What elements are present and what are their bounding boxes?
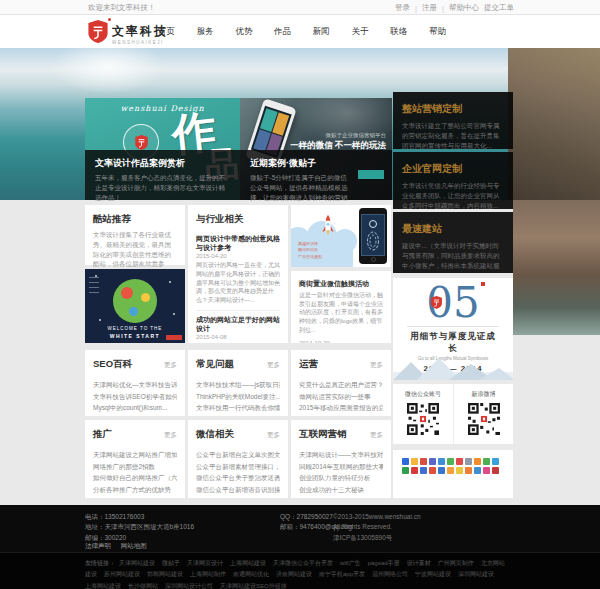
- article-link[interactable]: 文率科技组——程序员如何降低: [299, 414, 383, 416]
- login-link[interactable]: 登录: [395, 3, 410, 13]
- article-link[interactable]: 公众平台新增自定义单次图文消息上线: [196, 449, 280, 461]
- nav-item[interactable]: 帮助: [429, 26, 446, 38]
- article-link[interactable]: MySQL 约束字段的非空约束的提示: [93, 414, 177, 416]
- social-icon[interactable]: [438, 458, 445, 465]
- article-link[interactable]: 天津网站优化—文率科技告诉大家SEO...: [93, 379, 177, 391]
- nav-item[interactable]: 新闻: [313, 26, 330, 38]
- friend-link[interactable]: wifi广告: [340, 560, 361, 566]
- nav-item[interactable]: 作品: [274, 26, 291, 38]
- nav-item[interactable]: 优势: [235, 26, 252, 38]
- article-link[interactable]: 创业成功的十三大秘诀: [299, 484, 383, 496]
- friend-link[interactable]: 南通网站优化: [233, 571, 269, 577]
- social-icon[interactable]: [465, 458, 472, 465]
- friend-link[interactable]: 天津微信公众平台开发: [273, 560, 333, 566]
- article-link[interactable]: 如何做好自己的网络推广（六）: [93, 472, 177, 484]
- friend-link[interactable]: 深圳网站建设: [458, 571, 494, 577]
- social-icon[interactable]: [402, 467, 409, 474]
- register-link[interactable]: 注册: [422, 3, 437, 13]
- friend-link[interactable]: 宁波网站建设: [415, 571, 451, 577]
- friend-link[interactable]: 济南网站建设: [276, 571, 312, 577]
- friend-link[interactable]: 上海网站制作: [190, 571, 226, 577]
- world-illustration-card[interactable]: WELCOME TO THE WHITE START: [85, 269, 185, 343]
- social-icon[interactable]: [456, 467, 463, 474]
- friend-link[interactable]: 邯郸网站建设: [147, 571, 183, 577]
- friend-link[interactable]: 天津网页设计: [187, 560, 223, 566]
- more-link[interactable]: 更多: [370, 431, 383, 440]
- friend-link[interactable]: 微贴子: [162, 560, 180, 566]
- friend-link[interactable]: 南宁手机app开发: [319, 571, 365, 577]
- social-icon[interactable]: [420, 467, 427, 474]
- sitemap-link[interactable]: 网站地图: [121, 542, 147, 549]
- friend-link[interactable]: 上海网站建设: [85, 583, 121, 589]
- article-link[interactable]: 文率科技告诉SEO初学者如何更好的掌...: [93, 391, 177, 403]
- nav-item[interactable]: 联络: [390, 26, 407, 38]
- article-link[interactable]: 文率科技技术组——js获取日期的方法: [196, 379, 280, 391]
- help-center-link[interactable]: 帮助中心: [449, 3, 479, 13]
- service-box-marketing[interactable]: 整站营销定制 文率设计建立了整站公司官网专属的营销定制化服务，旨在提升贵集团官网…: [393, 92, 513, 149]
- article-link[interactable]: 2015年移动应用测量报告的启示大事: [299, 402, 383, 414]
- article-link[interactable]: Mysql中的count()和sum...: [93, 402, 177, 414]
- article-link[interactable]: 微信的改革都是一个靠谱讲: [196, 496, 280, 498]
- friend-link[interactable]: 广州网页制作: [438, 560, 474, 566]
- social-icon[interactable]: [483, 467, 490, 474]
- social-icon[interactable]: [411, 458, 418, 465]
- friend-link[interactable]: 设计素材: [407, 560, 431, 566]
- article-link[interactable]: ThinkPHP的关联Model要注...: [196, 391, 280, 403]
- service-box-corporate-site[interactable]: 企业官网定制 文率设计凭借几年的行业经验与专业化服务团队，让您的企业官网从众多同…: [393, 152, 513, 209]
- social-icon[interactable]: [447, 467, 454, 474]
- social-icon[interactable]: [420, 458, 427, 465]
- article-link[interactable]: 天津网站建设——网站优化中的内容优化: [93, 496, 177, 498]
- rocket-illustration-card[interactable]: 高端的演绎网站的品质产品生活拥有: [291, 205, 391, 267]
- article[interactable]: 成功的网站立足于好的网站设计 2015-04-08 怎么样第一个成功的网站？天津…: [196, 310, 280, 343]
- article-link[interactable]: 微信公众平台新增语音识别接口: [196, 484, 280, 496]
- article-link[interactable]: 天津网站建设之网站推广增加外链最好的...: [93, 449, 177, 461]
- more-link[interactable]: 更多: [370, 361, 383, 370]
- article-link[interactable]: 微信公众平台关于整治发送诱导分享行...: [196, 472, 280, 484]
- social-icon[interactable]: [447, 458, 454, 465]
- article-link[interactable]: 究竟什么是真正的用户运营？如何做用户...: [299, 379, 383, 391]
- case-view-button[interactable]: [358, 170, 384, 179]
- more-link[interactable]: 更多: [267, 361, 280, 370]
- nav-item[interactable]: 首页: [158, 26, 175, 38]
- case-caption-title[interactable]: 近期案例·微贴子: [250, 157, 382, 170]
- nav-item[interactable]: 服务: [197, 26, 214, 38]
- social-icon[interactable]: [474, 467, 481, 474]
- wechat-case-article-card[interactable]: 商街置业微信触摸活动 这是一款针对企业微信活动，触发引起朋友圈，申请每个企业活动…: [291, 271, 391, 343]
- article-link[interactable]: 天津网站设计——文率科技对于互联网金...: [299, 449, 383, 461]
- article-link[interactable]: 公众平台新增素材管理接口，开发者认证...: [196, 461, 280, 473]
- friend-link[interactable]: 天津网站建设SEO外链接: [220, 583, 287, 589]
- case-article-title[interactable]: 商街置业微信触摸活动: [299, 279, 383, 288]
- social-icon[interactable]: [456, 458, 463, 465]
- friend-link[interactable]: 温州网络公司: [372, 571, 408, 577]
- social-icon[interactable]: [474, 458, 481, 465]
- friend-link[interactable]: 上海网站建设: [230, 560, 266, 566]
- nav-item[interactable]: 关于: [352, 26, 369, 38]
- more-link[interactable]: 更多: [164, 361, 177, 370]
- social-icon[interactable]: [411, 467, 418, 474]
- article-link[interactable]: 回顾2014年互联网的那些大事儿: [299, 461, 383, 473]
- social-icon[interactable]: [492, 467, 499, 474]
- article-link[interactable]: 大家来看看互联网创业人士具备的5大素...: [299, 496, 383, 498]
- article[interactable]: 网页设计中带感的创意风格与设计参考 2015-04-20 网页设计的风格一直在变…: [196, 230, 280, 310]
- article-link[interactable]: 做网站运营实际的一些事: [299, 391, 383, 403]
- social-icon[interactable]: [429, 458, 436, 465]
- service-box-quick-build[interactable]: 最速建站 建设中...（文率设计对于实施时间与预算有限，同时品质要求较高的中小微…: [393, 212, 513, 273]
- friend-link[interactable]: 苏州网站建设: [104, 571, 140, 577]
- more-link[interactable]: 更多: [164, 431, 177, 440]
- social-icon[interactable]: [492, 458, 499, 465]
- friend-link[interactable]: 长沙做网站: [128, 583, 158, 589]
- social-icon[interactable]: [438, 467, 445, 474]
- submit-ticket-link[interactable]: 提交工单: [484, 3, 514, 13]
- design-caption-title[interactable]: 文率设计作品案例赏析: [95, 157, 230, 170]
- more-link[interactable]: 更多: [267, 431, 280, 440]
- article-link[interactable]: 创业团队力量的特征分析: [299, 472, 383, 484]
- article-link[interactable]: 分析各种推广方式的优缺势: [93, 484, 177, 496]
- social-icon[interactable]: [465, 467, 472, 474]
- article-link[interactable]: 文率科技用一行代码教会你懂Ajax方法: [196, 402, 280, 414]
- article-link[interactable]: 文率科技——解决百度推广: [196, 414, 280, 416]
- social-icon[interactable]: [402, 458, 409, 465]
- friend-link[interactable]: 天津网站建设: [119, 560, 155, 566]
- logo[interactable]: 文率科技 WENSHUAIKEJI: [88, 20, 168, 47]
- friend-link[interactable]: 深圳网站设计公司: [165, 583, 213, 589]
- article-link[interactable]: 网络推广的那些2招数: [93, 461, 177, 473]
